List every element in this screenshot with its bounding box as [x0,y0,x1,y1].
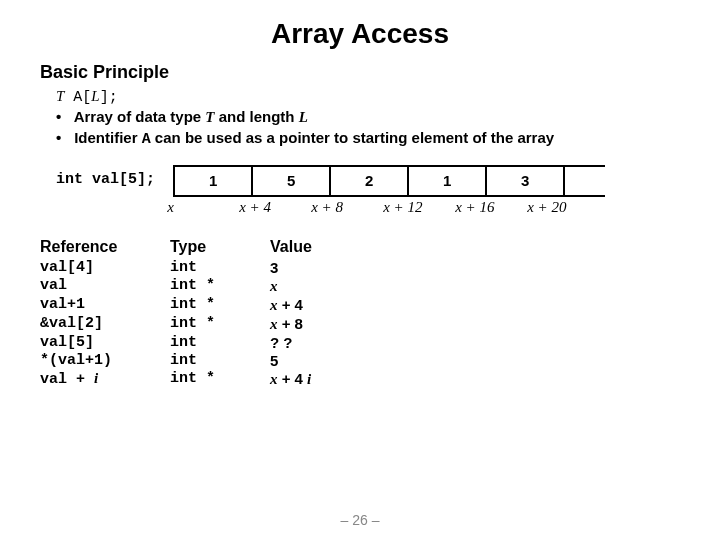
type-5: int [170,352,270,369]
bullet-1-text-b: and length [215,108,299,125]
ref-6-i: i [94,370,98,386]
ref-6-pre: val + [40,371,94,388]
val-5: 5 [270,352,390,369]
code-A-open: A[ [64,89,91,106]
val-6: x + 4 i [270,370,390,388]
bullet-list: • Array of data type T and length L • Id… [56,107,720,151]
section-heading: Basic Principle [40,62,720,83]
ref-3: &val[2] [40,315,170,333]
val-1-x: x [270,278,278,294]
bullet-1-T: T [205,109,214,125]
array-declaration: int val[5]; [56,165,155,188]
val-6-x: x [270,371,278,387]
bullet-2: • Identifier A can be used as a pointer … [56,128,720,150]
cell-4: 3 [485,167,565,195]
type-4: int [170,334,270,351]
addr-3: x + 12 [383,199,461,216]
array-figure: 1 5 2 1 3 x x + 4 x + 8 x + 12 x + 16 x … [173,165,605,216]
length-L: L [91,88,99,104]
array-cells: 1 5 2 1 3 [173,165,605,197]
addr-5: x + 20 [527,199,605,216]
val-3-rest: + 8 [278,315,303,332]
bullet-2-text-b: can be used as a pointer to starting ele… [151,129,554,146]
addr-1: x + 4 [239,199,317,216]
col-value: Value [270,238,390,256]
val-2-rest: + 4 [278,296,303,313]
type-2: int * [170,296,270,314]
address-row: x x + 4 x + 8 x + 12 x + 16 x + 20 [173,199,605,216]
array-figure-block: int val[5]; 1 5 2 1 3 x x + 4 x + 8 x + … [56,165,720,216]
cell-0: 1 [173,167,251,195]
cell-1: 5 [251,167,329,195]
bullet-1-L: L [299,109,308,125]
type-1: int * [170,277,270,295]
cell-2: 2 [329,167,407,195]
type-3: int * [170,315,270,333]
ref-6: val + i [40,370,170,388]
code-close: ]; [100,89,118,106]
cell-3: 1 [407,167,485,195]
page-number: – 26 – [0,512,720,528]
val-2: x + 4 [270,296,390,314]
col-reference: Reference [40,238,170,256]
addr-2: x + 8 [311,199,389,216]
ref-1: val [40,277,170,295]
val-6-i: i [307,371,311,387]
bullet-1: • Array of data type T and length L [56,107,720,127]
bullet-dot: • [56,128,70,148]
bullet-2-A: A [142,131,151,148]
bullet-dot: • [56,107,70,127]
addr-4: x + 16 [455,199,533,216]
bullet-2-text-a: Identifier [74,129,142,146]
type-0: int [170,259,270,276]
val-3-x: x [270,316,278,332]
val-4: ? ? [270,334,390,351]
col-type: Type [170,238,270,256]
ref-4: val[5] [40,334,170,351]
val-3: x + 8 [270,315,390,333]
declaration-line: T A[L]; [56,87,720,106]
val-0: 3 [270,259,390,276]
val-1: x [270,277,390,295]
type-6: int * [170,370,270,388]
ref-0: val[4] [40,259,170,276]
slide-title: Array Access [0,18,720,50]
ref-5: *(val+1) [40,352,170,369]
ref-2: val+1 [40,296,170,314]
val-6-mid: + 4 [278,370,308,387]
addr-0: x [167,199,245,216]
bullet-1-text-a: Array of data type [74,108,206,125]
val-2-x: x [270,297,278,313]
reference-table: Reference Type Value val[4] int 3 val in… [40,238,720,388]
